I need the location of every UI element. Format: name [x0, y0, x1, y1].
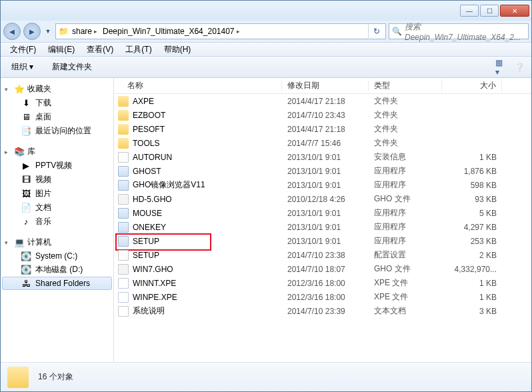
column-type[interactable]: 类型 [369, 80, 442, 91]
new-folder-button[interactable]: 新建文件夹 [47, 59, 97, 75]
file-row[interactable]: GHO镜像浏览器V112013/10/1 9:01应用程序598 KB [114, 178, 531, 192]
breadcrumb-segment[interactable]: Deepin_Win7_Ultimate_X64_201407▸ [100, 27, 242, 36]
file-size: 4,297 KB [442, 223, 502, 232]
file-type: 文件夹 [369, 95, 442, 107]
sidebar-item-desktop[interactable]: 🖥桌面 [2, 110, 112, 124]
maximize-button[interactable]: ☐ [480, 5, 499, 17]
file-icon [118, 292, 129, 303]
sidebar-item-videos[interactable]: 🎞视频 [2, 173, 112, 187]
menu-help[interactable]: 帮助(H) [159, 43, 197, 57]
sidebar-item-pictures[interactable]: 🖼图片 [2, 187, 112, 201]
file-row[interactable]: 系统说明2014/7/10 23:39文本文档3 KB [114, 304, 531, 318]
sidebar-item-documents[interactable]: 📄文档 [2, 201, 112, 215]
navbar: ◄ ► ▼ 📁 share▸ Deepin_Win7_Ultimate_X64_… [1, 21, 531, 42]
file-name: GHOST [133, 167, 161, 176]
file-list[interactable]: AXPE2014/4/17 21:18文件夹EZBOOT2014/7/10 23… [114, 94, 531, 362]
column-size[interactable]: 大小 [442, 80, 502, 91]
file-date: 2013/10/1 9:01 [282, 223, 369, 232]
document-icon: 📄 [21, 203, 31, 213]
file-size: 93 KB [442, 195, 502, 204]
breadcrumb[interactable]: 📁 share▸ Deepin_Win7_Ultimate_X64_201407… [55, 23, 386, 39]
toolbar: 组织 ▾ 新建文件夹 ▦ ▾ ❔ [1, 57, 531, 78]
file-row[interactable]: GHOST2013/10/1 9:01应用程序1,876 KB [114, 164, 531, 178]
file-row[interactable]: PESOFT2014/4/17 21:18文件夹 [114, 122, 531, 136]
file-row[interactable]: WIN7.GHO2014/7/10 18:07GHO 文件4,332,970..… [114, 262, 531, 276]
sidebar-item-recent[interactable]: 📑最近访问的位置 [2, 124, 112, 138]
file-type: 应用程序 [369, 235, 442, 247]
menubar: 文件(F) 编辑(E) 查看(V) 工具(T) 帮助(H) [1, 42, 531, 57]
file-row[interactable]: AUTORUN2013/10/1 9:01安装信息1 KB [114, 150, 531, 164]
file-date: 2014/7/10 18:07 [282, 265, 369, 274]
file-row[interactable]: EZBOOT2014/7/10 23:43文件夹 [114, 108, 531, 122]
file-date: 2013/10/1 9:01 [282, 237, 369, 246]
folder-icon [118, 110, 129, 121]
menu-edit[interactable]: 编辑(E) [43, 43, 80, 57]
file-date: 2010/12/18 4:26 [282, 195, 369, 204]
file-name: EZBOOT [133, 111, 165, 120]
search-icon: 🔍 [392, 27, 402, 36]
tree-title-favorites[interactable]: ▾⭐收藏夹 [2, 82, 112, 96]
file-icon [118, 278, 129, 289]
file-size: 1 KB [442, 279, 502, 288]
history-dropdown[interactable]: ▼ [43, 28, 53, 35]
video-icon: ▶ [21, 161, 31, 171]
column-date[interactable]: 修改日期 [282, 80, 369, 91]
file-type: 配置设置 [369, 249, 442, 261]
statusbar: 16 个对象 [1, 362, 531, 391]
file-type: 应用程序 [369, 221, 442, 233]
file-row[interactable]: TOOLS2014/7/7 15:46文件夹 [114, 136, 531, 150]
file-name: WINNT.XPE [133, 279, 176, 288]
file-date: 2013/10/1 9:01 [282, 153, 369, 162]
sidebar-item-shared-folders[interactable]: 🖧Shared Folders [2, 277, 112, 290]
tree-title-computer[interactable]: ▾💻计算机 [2, 235, 112, 249]
sidebar-item-downloads[interactable]: ⬇下载 [2, 96, 112, 110]
file-row[interactable]: WINNT.XPE2012/3/16 18:00XPE 文件1 KB [114, 276, 531, 290]
file-row[interactable]: SETUP2014/7/10 23:38配置设置2 KB [114, 248, 531, 262]
back-button[interactable]: ◄ [3, 23, 21, 40]
search-input[interactable]: 🔍 搜索 Deepin_Win7_Ultimate_X64_2... [389, 23, 529, 39]
file-size: 598 KB [442, 181, 502, 190]
file-row[interactable]: MOUSE2013/10/1 9:01应用程序5 KB [114, 206, 531, 220]
desktop-icon: 🖥 [21, 112, 31, 123]
file-row[interactable]: HD-5.GHO2010/12/18 4:26GHO 文件93 KB [114, 192, 531, 206]
file-type: GHO 文件 [369, 193, 442, 205]
file-row[interactable]: ONEKEY2013/10/1 9:01应用程序4,297 KB [114, 220, 531, 234]
menu-tools[interactable]: 工具(T) [120, 43, 157, 57]
file-size: 2 KB [442, 251, 502, 260]
file-name: SETUP [133, 251, 159, 260]
column-name[interactable]: 名称 [114, 80, 282, 91]
file-name: AUTORUN [133, 153, 172, 162]
folder-icon [118, 96, 129, 107]
menu-view[interactable]: 查看(V) [81, 43, 119, 57]
sidebar-item-music[interactable]: ♪音乐 [2, 215, 112, 229]
minimize-button[interactable]: — [460, 5, 479, 17]
download-icon: ⬇ [21, 98, 31, 109]
sidebar-item-pptv[interactable]: ▶PPTV视频 [2, 159, 112, 173]
file-row[interactable]: AXPE2014/4/17 21:18文件夹 [114, 94, 531, 108]
file-row[interactable]: WINPE.XPE2012/3/16 18:00XPE 文件1 KB [114, 290, 531, 304]
tree-title-libraries[interactable]: ▸📚库 [2, 145, 112, 159]
organize-button[interactable]: 组织 ▾ [6, 59, 39, 75]
forward-button[interactable]: ► [23, 23, 41, 40]
file-type: 文件夹 [369, 109, 442, 121]
sidebar-item-drive-d[interactable]: 💽本地磁盘 (D:) [2, 263, 112, 277]
star-icon: ⭐ [14, 84, 25, 95]
file-size: 5 KB [442, 209, 502, 218]
sidebar-item-drive-c[interactable]: 💽System (C:) [2, 249, 112, 263]
tree-computer: ▾💻计算机 💽System (C:) 💽本地磁盘 (D:) 🖧Shared Fo… [2, 235, 112, 290]
search-placeholder: 搜索 Deepin_Win7_Ultimate_X64_2... [405, 21, 525, 42]
view-mode-button[interactable]: ▦ ▾ [495, 61, 509, 74]
music-icon: ♪ [21, 217, 31, 227]
close-button[interactable]: ✕ [500, 5, 529, 17]
titlebar: — ☐ ✕ [1, 1, 531, 21]
file-size: 1 KB [442, 153, 502, 162]
file-row[interactable]: SETUP2013/10/1 9:01应用程序253 KB [114, 234, 531, 248]
menu-file[interactable]: 文件(F) [5, 43, 41, 57]
refresh-button[interactable]: ↻ [368, 23, 384, 39]
breadcrumb-segment[interactable]: share▸ [69, 27, 100, 36]
folder-icon: 📁 [57, 27, 69, 36]
file-date: 2014/7/10 23:43 [282, 111, 369, 120]
column-headers: 名称 修改日期 类型 大小 [114, 78, 531, 94]
file-date: 2014/7/10 23:39 [282, 307, 369, 316]
help-button[interactable]: ❔ [513, 61, 526, 74]
